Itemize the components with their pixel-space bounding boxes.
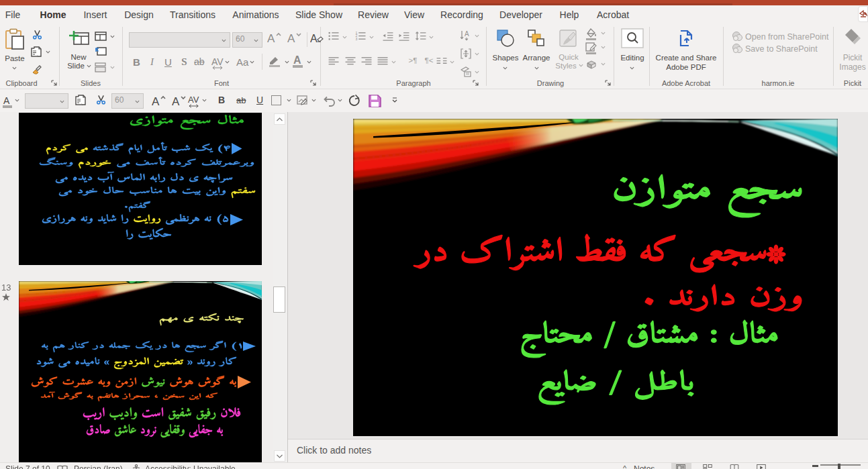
svg-text:A: A [172, 95, 180, 107]
svg-text:A: A [152, 95, 160, 107]
